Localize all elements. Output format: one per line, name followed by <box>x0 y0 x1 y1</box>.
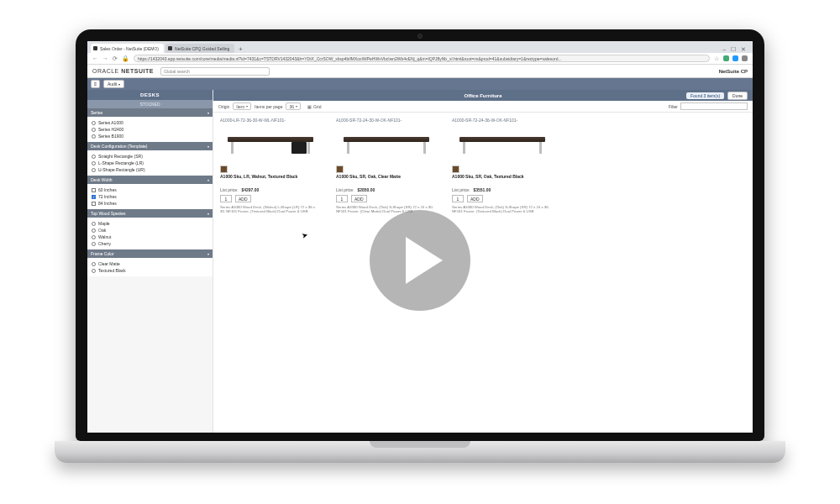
price-value: $4297.00 <box>241 187 259 192</box>
screen-bezel: Sales Order - NetSuite (DEMO) NetSuite C… <box>76 29 764 441</box>
facet-header[interactable]: Frame Color▾ <box>87 249 213 258</box>
qty-input[interactable]: 1 <box>220 195 232 202</box>
facet-sidebar: DESKS STOCKED Series▾Series A1000Series … <box>87 90 213 433</box>
browser-tab[interactable]: Sales Order - NetSuite (DEMO) <box>91 44 164 53</box>
product-description: Series A1000 Wood Desk, (Oak) S-Shape (S… <box>336 205 437 214</box>
global-search-input[interactable]: Global search <box>160 67 270 76</box>
browser-tab-strip: Sales Order - NetSuite (DEMO) NetSuite C… <box>87 41 753 53</box>
add-button[interactable]: ADD <box>235 195 251 202</box>
checkbox-icon <box>92 195 96 199</box>
facet-option[interactable]: Series B1900 <box>92 133 208 139</box>
product-name: A1000 Sku, SR, Oak, Textured Black <box>452 175 553 185</box>
radio-icon <box>92 168 96 172</box>
url-input[interactable]: https://1432043.app.netsuite.com/core/me… <box>134 55 710 62</box>
facet-option[interactable]: Maple <box>92 220 208 227</box>
facet-body: MapleOakWalnutCherry <box>87 218 213 249</box>
swatch[interactable] <box>220 165 228 173</box>
webcam <box>417 34 423 39</box>
filter-label: Filter <box>669 104 678 109</box>
add-button[interactable]: ADD <box>467 195 483 202</box>
action-toolbar: ≡ Audit▾ <box>87 78 753 90</box>
new-tab-button[interactable]: + <box>236 45 244 53</box>
qty-input[interactable]: 1 <box>336 195 348 202</box>
radio-icon <box>92 134 96 139</box>
product-sku: A1000-LR-72-36-30-W-WL-NF101- <box>220 118 321 123</box>
minimize-icon[interactable]: − <box>722 47 726 53</box>
facet-option[interactable]: L-Shape Rectangle (LR) <box>92 160 208 166</box>
facet-header[interactable]: Desk Width▾ <box>87 176 213 184</box>
facet-header[interactable]: Desk Configuration (Template)▾ <box>87 142 213 150</box>
sidebar-subtitle: STOCKED <box>87 100 213 108</box>
origin-select[interactable]: Item <box>233 102 251 110</box>
facet-option[interactable]: Textured Black <box>92 267 208 274</box>
add-button[interactable]: ADD <box>351 195 367 202</box>
window-controls: − ☐ ✕ <box>722 46 749 53</box>
product-name: A1000 Sku, SR, Oak, Clear Matte <box>336 175 437 185</box>
facet-option[interactable]: Walnut <box>92 234 208 240</box>
browser-tab[interactable]: NetSuite CPQ Guided Selling <box>165 44 234 53</box>
done-button[interactable]: Done <box>727 92 748 100</box>
page-title: Office Furniture <box>464 93 501 98</box>
product-description: Series A1000 Wood Desk, (Oak) S-Shape (S… <box>452 205 553 214</box>
placeholder-text: Global search <box>164 69 190 74</box>
facet-option[interactable]: Cherry <box>92 240 208 247</box>
facet-option[interactable]: 84 Inches <box>92 200 208 207</box>
swatch[interactable] <box>336 165 344 173</box>
filter-name-input[interactable] <box>680 102 748 110</box>
facet-header[interactable]: Top Wood Species▾ <box>87 209 213 218</box>
results-count: Found 3 item(s) <box>686 92 724 99</box>
forward-icon[interactable]: → <box>102 55 108 61</box>
price-label: List price: <box>452 187 470 192</box>
product-thumbnail[interactable] <box>452 125 553 163</box>
brand-logo: ORACLE NETSUITE <box>92 68 154 74</box>
grid-icon: ▦ <box>307 104 312 109</box>
close-icon[interactable]: ✕ <box>741 46 746 53</box>
facet-option[interactable]: Straight Rectangle (SR) <box>92 153 208 160</box>
tab-label: Sales Order - NetSuite (DEMO) <box>100 46 159 51</box>
extension-icon[interactable] <box>742 55 748 61</box>
results-header: Office Furniture Found 3 item(s) Done <box>213 90 753 101</box>
maximize-icon[interactable]: ☐ <box>731 46 736 53</box>
facet-option[interactable]: U-Shape Rectangle (UR) <box>92 166 208 173</box>
radio-icon <box>92 262 96 266</box>
star-icon[interactable]: ☆ <box>714 55 719 62</box>
facet-option[interactable]: 60 Inches <box>92 186 208 193</box>
facet-header[interactable]: Series▾ <box>87 108 213 117</box>
extension-icon[interactable] <box>723 55 729 61</box>
ipp-select[interactable]: 36 <box>286 102 301 110</box>
product-sku: A1000-SR-72-24-36-W-OK-NF101- <box>452 118 553 123</box>
swatch[interactable] <box>452 165 459 173</box>
radio-icon <box>92 235 96 239</box>
facet-body: Series A1000Series H2400Series B1900 <box>87 117 213 142</box>
product-description: Series A1000 Wood Desk, (Walnut) L-Shape… <box>220 205 321 214</box>
facet-option[interactable]: 72 Inches <box>92 193 208 200</box>
facet-option[interactable]: Series H2400 <box>92 126 208 133</box>
back-icon[interactable]: ← <box>92 55 98 61</box>
radio-icon <box>92 269 96 273</box>
qty-input[interactable]: 1 <box>452 195 464 202</box>
view-mode-grid[interactable]: ▦ Grid <box>307 104 321 109</box>
screen: Sales Order - NetSuite (DEMO) NetSuite C… <box>87 41 753 433</box>
checkbox-icon <box>92 188 96 192</box>
chevron-down-icon: ▾ <box>207 212 209 216</box>
ipp-label: Items per page <box>255 104 282 109</box>
facet-body: Clear MatteTextured Black <box>87 258 213 276</box>
app-header: ORACLE NETSUITE Global search NetSuite C… <box>87 65 753 78</box>
extension-icon[interactable] <box>732 55 738 61</box>
facet-option[interactable]: Clear Matte <box>92 260 208 267</box>
facet-option[interactable]: Series A1000 <box>92 119 208 126</box>
radio-icon <box>92 121 96 125</box>
sidebar-title: DESKS <box>87 90 213 100</box>
product-card: A1000-LR-72-36-30-W-WL-NF101-A1000 Sku, … <box>220 118 321 214</box>
laptop-base <box>55 441 785 463</box>
product-thumbnail[interactable] <box>220 125 321 163</box>
radio-icon <box>92 228 96 233</box>
product-grid: A1000-LR-72-36-30-W-WL-NF101-A1000 Sku, … <box>213 113 753 219</box>
audit-button[interactable]: Audit▾ <box>103 80 124 88</box>
reload-icon[interactable]: ⟳ <box>113 55 118 62</box>
facet-option[interactable]: Oak <box>92 227 208 234</box>
product-thumbnail[interactable] <box>336 125 437 163</box>
price-value: $3551.00 <box>473 187 491 192</box>
menu-button[interactable]: ≡ <box>91 80 100 88</box>
chevron-down-icon: ▾ <box>207 178 209 182</box>
